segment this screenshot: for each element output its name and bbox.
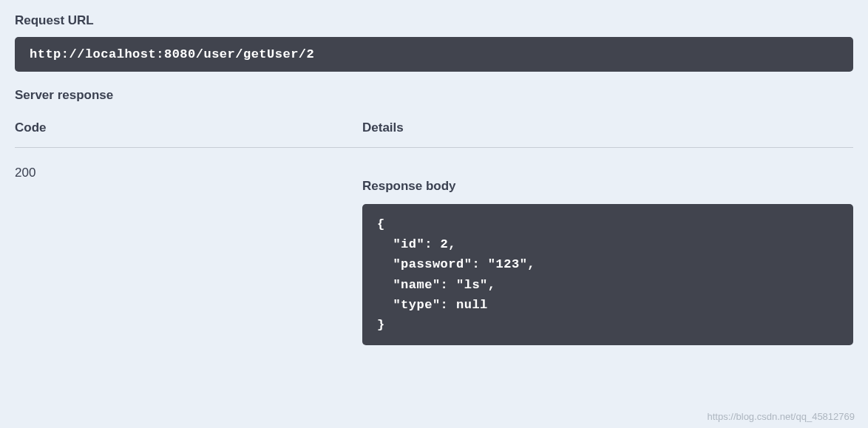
request-url-label: Request URL [15,13,853,28]
details-column-header: Details [362,120,853,135]
status-code-value: 200 [15,166,362,180]
request-url-box[interactable]: http://localhost:8080/user/getUser/2 [15,37,853,72]
server-response-label: Server response [15,88,853,103]
watermark-text: https://blog.csdn.net/qq_45812769 [708,411,855,422]
response-body-box[interactable]: { "id": 2, "password": "123", "name": "l… [362,204,853,345]
response-body-label: Response body [362,179,853,194]
response-content-row: 200 Response body { "id": 2, "password":… [15,166,853,345]
code-column-header: Code [15,120,362,135]
response-headers-row: Code Details [15,120,853,148]
